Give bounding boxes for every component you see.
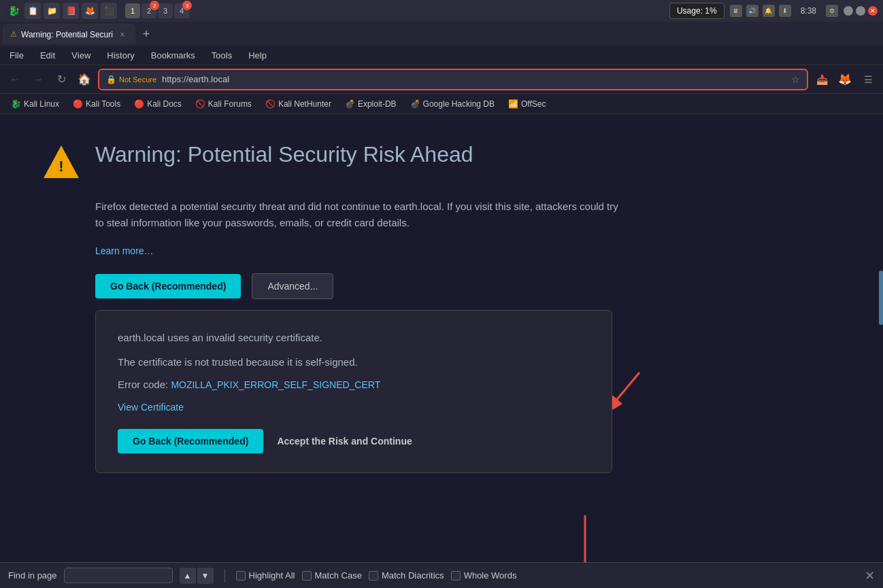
panel-line1: earth.local uses an invalid security cer… bbox=[118, 330, 590, 346]
taskbar-icon-5[interactable]: ⬛ bbox=[101, 3, 117, 19]
tab-close-button[interactable]: × bbox=[117, 29, 128, 40]
match-diacritics-checkbox[interactable] bbox=[369, 571, 378, 581]
taskbar-icon-4[interactable]: 🦊 bbox=[82, 3, 98, 19]
warning-header: ! Warning: Potential Security Risk Ahead bbox=[41, 141, 842, 182]
bookmark-kali-forums[interactable]: 🚫 Kali Forums bbox=[190, 98, 257, 110]
match-case-checkbox[interactable] bbox=[302, 571, 312, 581]
reload-button[interactable]: ↻ bbox=[52, 70, 71, 89]
highlight-all-checkbox[interactable] bbox=[236, 571, 246, 581]
go-back-recommended-button[interactable]: Go Back (Recommended) bbox=[95, 274, 241, 298]
bookmark-kali-docs-label: Kali Docs bbox=[147, 99, 182, 109]
settings-icon[interactable]: ⚙ bbox=[826, 5, 838, 17]
bookmark-kali-linux-label: Kali Linux bbox=[24, 99, 59, 109]
system-tray: 🖥 🔊 🔔 ⬇ bbox=[730, 5, 791, 17]
menu-help[interactable]: Help bbox=[244, 49, 271, 62]
menu-edit[interactable]: Edit bbox=[36, 49, 59, 62]
firefox-account-button[interactable]: 🦊 bbox=[835, 70, 854, 89]
highlight-all-option[interactable]: Highlight All bbox=[236, 570, 295, 581]
bookmark-kali-tools-label: Kali Tools bbox=[86, 99, 120, 109]
clock: 8:38 bbox=[797, 6, 820, 16]
main-content: ! Warning: Potential Security Risk Ahead… bbox=[0, 114, 883, 562]
taskbar-icon-1[interactable]: 📋 bbox=[24, 3, 41, 19]
titlebar-right: Usage: 1% 🖥 🔊 🔔 ⬇ 8:38 ⚙ ✕ bbox=[669, 3, 878, 19]
advanced-panel: earth.local uses an invalid security cer… bbox=[95, 310, 612, 473]
active-tab[interactable]: ⚠ Warning: Potential Securi × bbox=[3, 24, 135, 44]
menu-hamburger-button[interactable]: ☰ bbox=[859, 70, 878, 89]
workspace-4-badge: 3 bbox=[182, 1, 192, 10]
bookmark-exploit-db-label: Exploit-DB bbox=[358, 99, 397, 109]
find-previous-button[interactable]: ▲ bbox=[180, 568, 196, 584]
bookmark-kali-nethunter[interactable]: 🚫 Kali NetHunter bbox=[260, 98, 337, 110]
menu-bookmarks[interactable]: Bookmarks bbox=[147, 49, 199, 62]
find-navigation: ▲ ▼ bbox=[180, 568, 214, 584]
findbar: Find in page ▲ ▼ Highlight All Match Cas… bbox=[0, 562, 883, 588]
whole-words-checkbox[interactable] bbox=[451, 571, 461, 581]
error-code-line: Error code: MOZILLA_PKIX_ERROR_SELF_SIGN… bbox=[118, 379, 590, 390]
find-next-button[interactable]: ▼ bbox=[197, 568, 214, 584]
bell-icon[interactable]: 🔔 bbox=[763, 5, 775, 17]
workspace-2[interactable]: 2 2 bbox=[141, 3, 156, 18]
bookmark-kali-nethunter-label: Kali NetHunter bbox=[278, 99, 331, 109]
not-secure-indicator: 🔒 Not Secure bbox=[106, 75, 156, 84]
taskbar-icon-3[interactable]: 📕 bbox=[63, 3, 79, 19]
bookmark-kali-docs[interactable]: 🔴 Kali Docs bbox=[129, 98, 187, 110]
bookmark-kali-linux[interactable]: 🐉 Kali Linux bbox=[5, 98, 65, 110]
whole-words-label: Whole Words bbox=[464, 570, 517, 581]
go-back-recommended-button-2[interactable]: Go Back (Recommended) bbox=[118, 429, 263, 453]
bookmarksbar: 🐉 Kali Linux 🔴 Kali Tools 🔴 Kali Docs 🚫 … bbox=[0, 94, 883, 114]
back-button[interactable]: ← bbox=[5, 70, 24, 89]
warning-icon-wrap: ! bbox=[41, 141, 82, 182]
download-icon[interactable]: ⬇ bbox=[779, 5, 791, 17]
usage-tooltip: Usage: 1% bbox=[669, 3, 724, 19]
kali-nethunter-icon: 🚫 bbox=[265, 99, 276, 109]
volume-icon[interactable]: 🔊 bbox=[746, 5, 759, 17]
whole-words-option[interactable]: Whole Words bbox=[451, 570, 517, 581]
close-button[interactable]: ✕ bbox=[868, 6, 878, 16]
panel-line2: The certificate is not trusted because i… bbox=[118, 354, 590, 370]
taskbar-icon-2[interactable]: 📁 bbox=[44, 3, 60, 19]
kali-docs-icon: 🔴 bbox=[134, 99, 144, 109]
find-close-button[interactable]: ✕ bbox=[865, 568, 875, 583]
workspace-4[interactable]: 4 3 bbox=[174, 3, 189, 18]
address-bar[interactable]: 🔒 Not Secure https://earth.local ☆ bbox=[98, 69, 808, 90]
warning-title: Warning: Potential Security Risk Ahead bbox=[95, 141, 473, 167]
home-button[interactable]: 🏠 bbox=[75, 70, 94, 89]
warning-triangle-icon: ! bbox=[42, 144, 80, 179]
bookmark-offsec-label: OffSec bbox=[521, 99, 546, 109]
menu-view[interactable]: View bbox=[67, 49, 95, 62]
forward-button[interactable]: → bbox=[29, 70, 48, 89]
pocket-button[interactable]: 📥 bbox=[812, 70, 831, 89]
url-display[interactable]: https://earth.local bbox=[162, 74, 786, 84]
kali-dragon-icon: 🐉 bbox=[5, 3, 22, 19]
scrollbar[interactable] bbox=[879, 271, 883, 325]
advanced-button[interactable]: Advanced... bbox=[252, 273, 333, 299]
kali-forums-icon: 🚫 bbox=[195, 99, 205, 109]
accept-risk-button[interactable]: Accept the Risk and Continue bbox=[277, 436, 412, 447]
match-case-option[interactable]: Match Case bbox=[302, 570, 362, 581]
navbar-right-buttons: 📥 🦊 ☰ bbox=[812, 70, 878, 89]
bookmark-google-hacking[interactable]: 💣 Google Hacking DB bbox=[405, 98, 500, 110]
match-diacritics-option[interactable]: Match Diacritics bbox=[369, 570, 444, 581]
learn-more-link[interactable]: Learn more… bbox=[95, 245, 154, 256]
menu-file[interactable]: File bbox=[5, 49, 28, 62]
workspace-1[interactable]: 1 bbox=[125, 3, 140, 18]
bookmark-star-button[interactable]: ☆ bbox=[791, 74, 800, 85]
bookmark-offsec[interactable]: 📶 OffSec bbox=[503, 98, 551, 110]
menu-history[interactable]: History bbox=[103, 49, 138, 62]
bookmark-kali-tools[interactable]: 🔴 Kali Tools bbox=[67, 98, 126, 110]
monitor-icon: 🖥 bbox=[730, 5, 742, 17]
new-tab-button[interactable]: + bbox=[137, 24, 156, 44]
titlebar: 🐉 📋 📁 📕 🦊 ⬛ 1 2 2 3 4 3 Usage: 1% 🖥 🔊 🔔 … bbox=[0, 0, 883, 22]
match-case-label: Match Case bbox=[315, 570, 362, 581]
workspace-3[interactable]: 3 bbox=[158, 3, 173, 18]
workspace-nums: 1 2 2 3 4 3 bbox=[125, 3, 189, 18]
find-input[interactable] bbox=[64, 568, 173, 583]
maximize-button[interactable] bbox=[856, 6, 865, 16]
error-code-value: MOZILLA_PKIX_ERROR_SELF_SIGNED_CERT bbox=[171, 379, 380, 390]
find-separator bbox=[224, 569, 225, 583]
menu-tools[interactable]: Tools bbox=[207, 49, 236, 62]
minimize-button[interactable] bbox=[844, 6, 853, 16]
view-certificate-link[interactable]: View Certificate bbox=[118, 402, 184, 413]
workspace-2-badge: 2 bbox=[150, 1, 159, 10]
bookmark-exploit-db[interactable]: 💣 Exploit-DB bbox=[339, 98, 402, 110]
